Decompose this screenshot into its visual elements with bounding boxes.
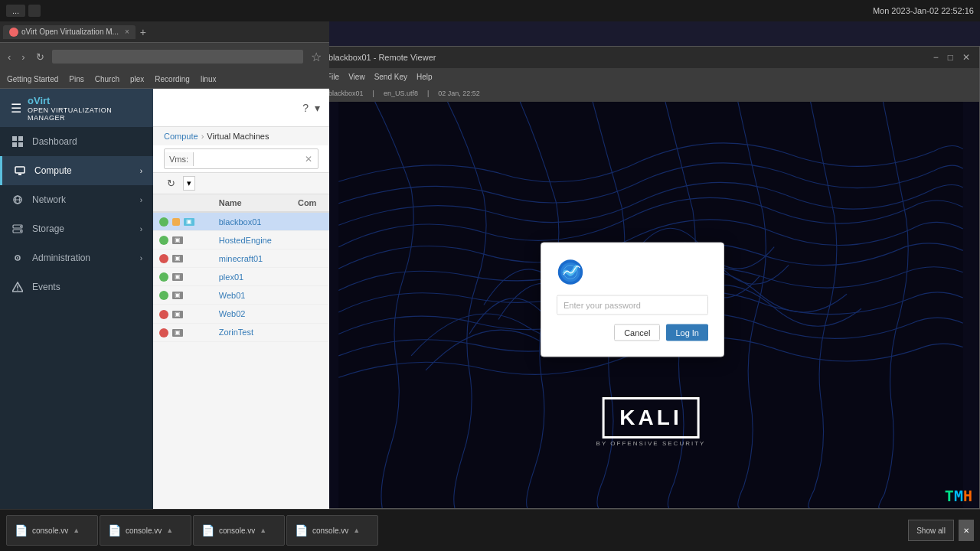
hamburger-menu-icon[interactable]: ☰ — [11, 101, 21, 116]
sidebar-item-dashboard[interactable]: Dashboard — [0, 127, 153, 156]
bookmark-linux[interactable]: linux — [198, 74, 219, 84]
row-com-cell — [292, 231, 329, 249]
table-header-row: Name Com — [153, 194, 329, 212]
rv-close-button[interactable]: ✕ — [959, 51, 973, 64]
sidebar-item-storage[interactable]: Storage › — [0, 214, 153, 243]
bookmark-recording[interactable]: Recording — [152, 74, 192, 84]
bookmark-getting-started[interactable]: Getting Started — [5, 74, 60, 84]
refresh-button[interactable]: ↻ — [164, 176, 178, 191]
search-input[interactable] — [194, 152, 301, 166]
table-row[interactable]: ▣ plex01 — [153, 268, 329, 286]
login-button[interactable]: Log In — [666, 324, 708, 341]
file-name-2: console.vv — [126, 527, 162, 535]
taskbar-file-1[interactable]: 📄 console.vv ▲ — [6, 515, 98, 546]
sidebar-item-network[interactable]: Network › — [0, 185, 153, 214]
taskbar-file-3[interactable]: 📄 console.vv ▲ — [193, 515, 285, 546]
row-com-cell — [292, 212, 329, 231]
taskbar-tab-1[interactable]: ... — [6, 5, 25, 17]
sidebar-item-compute-label: Compute — [34, 165, 132, 176]
add-bookmark-button[interactable]: ☆ — [308, 48, 325, 66]
breadcrumb-parent[interactable]: Compute — [164, 132, 198, 141]
col-com[interactable]: Com — [292, 194, 329, 212]
kali-logo-text: KALI — [619, 406, 681, 430]
taskbar-file-4[interactable]: 📄 console.vv ▲ — [286, 515, 378, 546]
refresh-button[interactable]: ↻ — [33, 50, 47, 64]
tab-close-button[interactable]: × — [125, 28, 129, 36]
file-arrow-4[interactable]: ▲ — [353, 527, 360, 534]
status-up-icon — [159, 217, 168, 227]
rv-menu-view[interactable]: View — [348, 73, 365, 81]
row-com-cell — [292, 249, 329, 268]
file-arrow-1[interactable]: ▲ — [73, 527, 80, 534]
svg-rect-4 — [15, 167, 24, 173]
administration-expand-icon: › — [140, 254, 142, 262]
breadcrumb: Compute › Virtual Machines — [153, 127, 329, 145]
rv-minimize-button[interactable]: − — [930, 51, 942, 64]
row-name-cell: HostedEngine — [213, 231, 292, 249]
browser-tab-ovirt[interactable]: oVirt Open Virtualization M... × — [3, 25, 136, 39]
bookmark-plex[interactable]: plex — [128, 74, 146, 84]
sidebar-item-compute[interactable]: Compute › — [0, 156, 153, 185]
bookmark-pins[interactable]: Pins — [67, 74, 86, 84]
browser-tabs-bar: oVirt Open Virtualization M... × + — [0, 21, 329, 43]
sidebar-item-network-label: Network — [32, 194, 132, 205]
show-all-button[interactable]: Show all — [908, 520, 954, 541]
row-name-cell: minecraft01 — [213, 249, 292, 268]
vm-table-container: Name Com ▣ blackbox01 — [153, 194, 329, 509]
file-arrow-3[interactable]: ▲ — [260, 527, 266, 534]
new-tab-button[interactable]: + — [136, 24, 151, 40]
table-row[interactable]: ▣ blackbox01 — [153, 212, 329, 231]
file-arrow-2[interactable]: ▲ — [166, 527, 173, 534]
action-dropdown[interactable]: ▾ — [183, 176, 195, 191]
rv-maximize-button[interactable]: □ — [945, 51, 956, 64]
table-row[interactable]: ▣ ZorinTest — [153, 323, 329, 341]
row-com-cell — [292, 286, 329, 305]
tab-title: oVirt Open Virtualization M... — [21, 28, 119, 36]
rv-menu-send-key[interactable]: Send Key — [374, 73, 407, 81]
app-name: OPEN VIRTUALIZATION MANAGER — [28, 106, 142, 122]
status-up-icon — [159, 236, 168, 245]
table-row[interactable]: ▣ minecraft01 — [153, 249, 329, 268]
table-row[interactable]: ▣ Web02 — [153, 305, 329, 323]
rv-status-divider: | — [373, 90, 374, 97]
svg-rect-0 — [12, 136, 17, 141]
col-name[interactable]: Name — [213, 194, 292, 212]
address-bar[interactable] — [52, 50, 303, 64]
file-name-1: console.vv — [32, 527, 68, 535]
forward-button[interactable]: › — [18, 50, 28, 64]
network-expand-icon: › — [140, 196, 142, 204]
remote-viewer-window: blackbox01 - Remote Viewer − □ ✕ File Vi… — [322, 46, 980, 509]
sidebar-item-events[interactable]: Events — [0, 272, 153, 302]
svg-rect-2 — [12, 142, 17, 147]
password-input[interactable] — [557, 295, 708, 315]
bookmark-church[interactable]: Church — [93, 74, 122, 84]
search-bookmark-button[interactable]: ☆ — [316, 149, 318, 168]
table-row[interactable]: ▣ Web01 — [153, 286, 329, 305]
sidebar-item-administration[interactable]: Administration › — [0, 243, 153, 272]
browser-window: oVirt Open Virtualization M... × + ‹ › ↻… — [0, 21, 329, 509]
row-name-cell: Web02 — [213, 305, 292, 323]
row-status-cell: ▣ — [153, 305, 213, 323]
user-icon[interactable]: ▾ — [315, 102, 320, 114]
warning-icon — [172, 218, 180, 226]
tmh-t: T — [945, 487, 954, 505]
cancel-button[interactable]: Cancel — [614, 324, 660, 341]
dialog-buttons: Cancel Log In — [557, 324, 708, 341]
row-status-cell: ▣ — [153, 231, 213, 249]
taskbar-top-left: ... — [6, 5, 41, 17]
taskbar-tab-2[interactable] — [28, 5, 41, 17]
taskbar-close-button[interactable]: ✕ — [959, 520, 974, 541]
system-taskbar-top: ... Mon 2023-Jan-02 22:52:16 — [0, 0, 980, 21]
taskbar-file-2[interactable]: 📄 console.vv ▲ — [100, 515, 191, 546]
status-up-icon — [159, 272, 168, 282]
rv-menu-help[interactable]: Help — [416, 73, 433, 81]
back-button[interactable]: ‹ — [5, 50, 14, 64]
search-clear-button[interactable]: ✕ — [301, 152, 316, 167]
tab-favicon — [9, 28, 18, 37]
rv-encoding: en_US.utf8 — [384, 90, 418, 97]
kali-desktop[interactable]: KALI BY OFFENSIVE SECURITY — [322, 102, 979, 508]
help-icon[interactable]: ? — [302, 102, 309, 114]
table-row[interactable]: ▣ HostedEngine — [153, 231, 329, 249]
svg-rect-5 — [18, 174, 21, 175]
row-name-cell: plex01 — [213, 268, 292, 286]
